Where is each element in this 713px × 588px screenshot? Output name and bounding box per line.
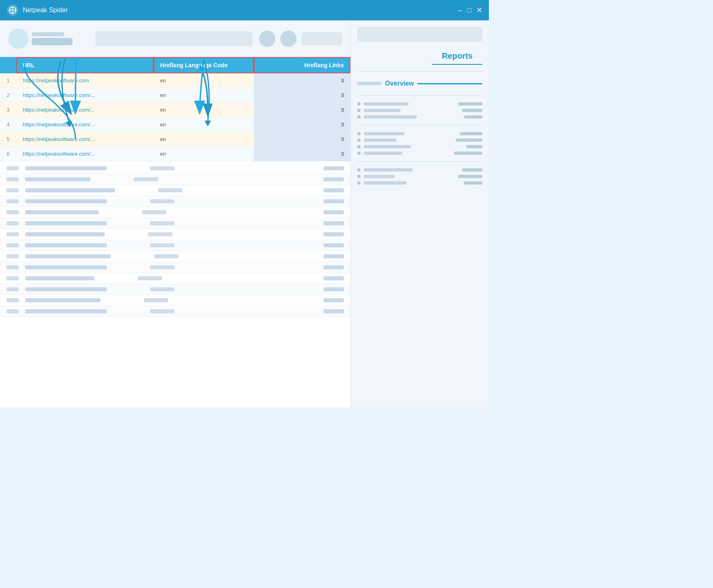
lang-cell-2: en — [154, 88, 254, 103]
sg-line — [364, 139, 396, 142]
links-cell-3: 3 — [254, 103, 350, 117]
sg-value — [464, 181, 482, 185]
sg-value — [460, 132, 482, 135]
ghost-num — [7, 210, 19, 214]
header-right — [259, 31, 342, 47]
logo-line-lg — [32, 38, 73, 45]
app-icon — [7, 4, 19, 16]
ghost-url — [25, 210, 99, 214]
ghost-row — [0, 229, 350, 240]
ghost-row — [0, 218, 350, 229]
row-num-6: 6 — [0, 147, 16, 161]
table-row: 5 https://netpeaksoftware.com/... en 3 — [0, 132, 350, 147]
ghost-lang — [150, 166, 174, 170]
avatar-2 — [280, 31, 297, 47]
ghost-links — [323, 298, 344, 302]
sg-dot — [357, 132, 361, 135]
sg-value — [456, 139, 482, 142]
ghost-links — [323, 232, 344, 236]
ghost-row — [0, 185, 350, 196]
sg-dot — [357, 175, 361, 178]
sg-line — [364, 145, 411, 148]
sg-line — [364, 109, 401, 112]
sg-line — [364, 175, 394, 178]
sg-dot — [357, 139, 361, 142]
sidebar-search[interactable] — [357, 27, 482, 42]
col-hreflang-header[interactable]: Hreflang Language Code — [154, 57, 254, 73]
row-num-4: 4 — [0, 117, 16, 132]
sg-dot — [357, 168, 361, 172]
sg-row — [357, 139, 482, 142]
ghost-lang — [150, 199, 174, 203]
col-url-header[interactable]: URL — [16, 57, 154, 73]
sg-value — [462, 109, 482, 112]
ghost-links — [323, 199, 344, 203]
ghost-row — [0, 207, 350, 218]
ghost-lang — [158, 188, 183, 192]
table-header: URL Hreflang Language Code Hreflang Link… — [0, 57, 350, 73]
sg-dot — [357, 109, 361, 112]
sidebar-ghost-block — [357, 102, 482, 119]
ghost-links — [323, 243, 344, 247]
close-button[interactable]: ✕ — [476, 7, 482, 14]
search-bar[interactable] — [95, 31, 253, 46]
table-row: 3 https://netpeaksoftware.com/... en 3 — [0, 103, 350, 117]
ghost-url — [25, 188, 115, 192]
sidebar-divider-4 — [357, 161, 482, 162]
links-cell-6: 3 — [254, 147, 350, 161]
ghost-links — [323, 210, 344, 214]
sg-value — [454, 152, 482, 155]
logo-text — [32, 32, 73, 45]
ghost-num — [7, 309, 19, 313]
ghost-url — [25, 254, 111, 258]
sg-line — [364, 102, 409, 106]
ghost-num — [7, 177, 19, 181]
url-cell-5: https://netpeaksoftware.com/... — [16, 132, 154, 147]
avatar — [259, 31, 275, 47]
maximize-button[interactable]: □ — [467, 7, 471, 14]
ghost-rows — [0, 161, 350, 319]
app-body: URL Hreflang Language Code Hreflang Link… — [0, 20, 489, 407]
lang-cell-1: en — [154, 73, 254, 88]
links-cell-2: 3 — [254, 88, 350, 103]
overview-tab[interactable]: Overview — [385, 78, 414, 89]
ghost-lang — [148, 232, 172, 236]
ghost-lang — [134, 177, 158, 181]
table-row: 6 https://netpeaksoftware.com/... en 3 — [0, 147, 350, 161]
sg-value — [466, 145, 482, 148]
sg-row — [357, 145, 482, 148]
ghost-num — [7, 254, 19, 258]
reports-tab[interactable]: Reports — [432, 48, 482, 65]
logo-area — [8, 29, 73, 49]
ghost-url — [25, 199, 107, 203]
table-row: 1 https://netpeaksoftware.com en 3 — [0, 73, 350, 88]
ghost-num — [7, 166, 19, 170]
row-num-5: 5 — [0, 132, 16, 147]
ghost-row — [0, 196, 350, 207]
ghost-num — [7, 276, 19, 280]
col-links-header[interactable]: Hreflang Links — [254, 57, 350, 73]
ghost-url — [25, 276, 95, 280]
ghost-num — [7, 265, 19, 269]
ghost-num — [7, 199, 19, 203]
title-bar: Netpeak Spider – □ ✕ — [0, 0, 489, 20]
data-table: URL Hreflang Language Code Hreflang Link… — [0, 57, 350, 161]
overview-section: Overview — [357, 78, 482, 89]
lang-cell-4: en — [154, 117, 254, 132]
url-cell-2: https://netpeaksoftware.com/... — [16, 88, 154, 103]
ghost-row — [0, 284, 350, 295]
sg-row — [357, 175, 482, 178]
table-row: 2 https://netpeaksoftware.com/... en 3 — [0, 88, 350, 103]
ghost-row — [0, 306, 350, 317]
sg-row — [357, 115, 482, 119]
sg-row — [357, 181, 482, 185]
ghost-url — [25, 177, 90, 181]
links-cell-5: 3 — [254, 132, 350, 147]
ghost-links — [323, 309, 344, 313]
ghost-num — [7, 188, 19, 192]
minimize-button[interactable]: – — [458, 7, 462, 14]
header-button[interactable] — [301, 32, 342, 45]
sg-line — [364, 181, 407, 185]
row-num-2: 2 — [0, 88, 16, 103]
ghost-lang — [150, 287, 174, 291]
